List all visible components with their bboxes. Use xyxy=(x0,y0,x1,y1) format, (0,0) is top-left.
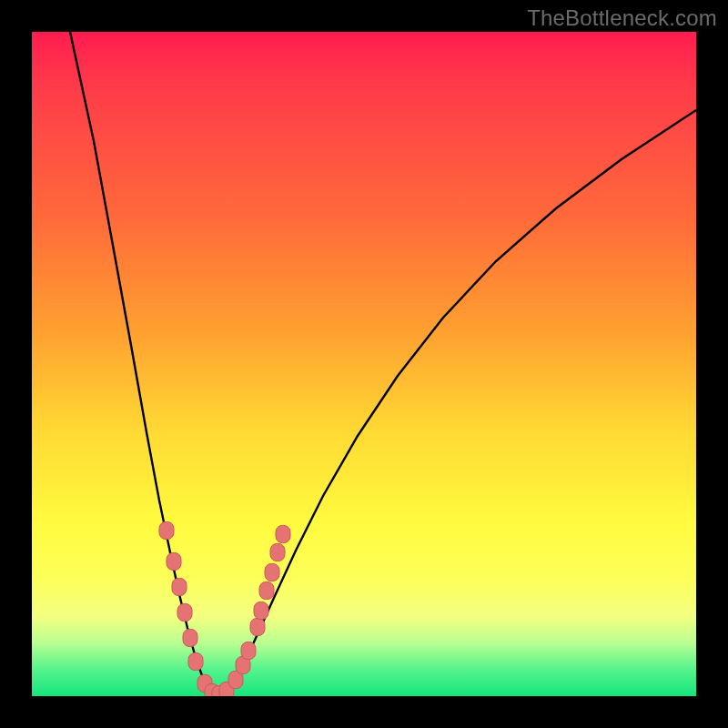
chart-frame: TheBottleneck.com xyxy=(0,0,728,728)
data-marker xyxy=(259,581,274,599)
data-marker xyxy=(254,602,268,619)
plot-area xyxy=(32,32,696,696)
chart-svg xyxy=(32,32,696,696)
data-marker xyxy=(159,521,174,539)
data-marker xyxy=(188,652,203,670)
curve-right-branch xyxy=(217,110,696,696)
data-marker xyxy=(250,618,265,635)
data-marker xyxy=(183,629,197,646)
data-marker xyxy=(241,642,256,659)
data-marker xyxy=(177,603,192,621)
data-marker xyxy=(265,563,279,581)
data-marker xyxy=(167,552,181,570)
data-marker xyxy=(276,525,290,542)
data-marker xyxy=(172,578,187,595)
watermark-label: TheBottleneck.com xyxy=(527,5,717,31)
curve-left-branch xyxy=(70,32,217,696)
data-markers xyxy=(159,521,290,696)
data-marker xyxy=(270,543,285,561)
